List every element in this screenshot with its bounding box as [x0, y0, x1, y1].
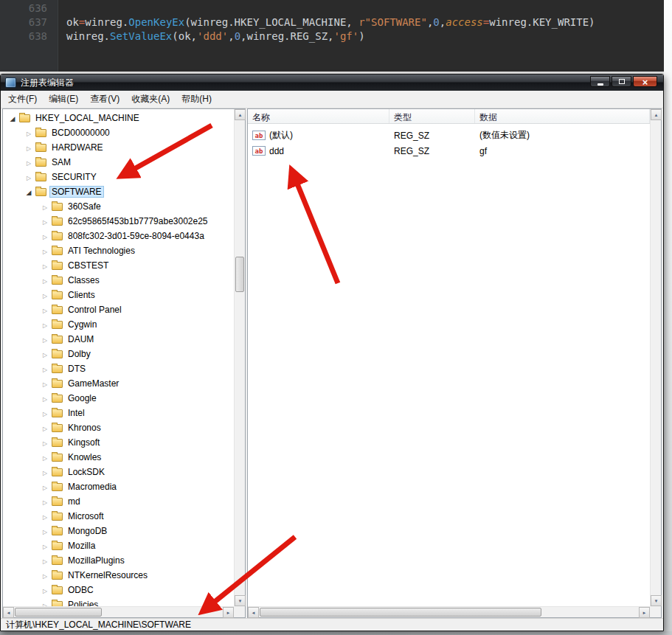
tree-item-gamemaster[interactable]: GameMaster [3, 376, 234, 391]
tree-item-odbc[interactable]: ODBC [3, 583, 234, 597]
expand-icon[interactable] [40, 541, 50, 551]
tree-item-daum[interactable]: DAUM [3, 332, 234, 347]
tree-item-hkey-local-machine[interactable]: HKEY_LOCAL_MACHINE [3, 111, 234, 125]
tree-item-khronos[interactable]: Khronos [3, 420, 234, 435]
scrollbar-thumb[interactable] [260, 608, 541, 617]
expand-icon[interactable] [40, 364, 50, 374]
expand-icon[interactable] [40, 555, 50, 566]
tree-item-bcd00000000[interactable]: BCD00000000 [3, 125, 234, 140]
tree-item-policies[interactable]: Policies [3, 597, 234, 606]
expand-icon[interactable] [24, 172, 34, 182]
tree-item-360safe[interactable]: 360Safe [3, 199, 234, 214]
scrollbar-thumb[interactable] [235, 257, 244, 292]
scroll-down-button[interactable]: ▼ [235, 595, 246, 606]
expand-icon[interactable] [40, 496, 50, 507]
tree-item-dolby[interactable]: Dolby [3, 347, 234, 361]
tree-item-cygwin[interactable]: Cygwin [3, 317, 234, 332]
expand-icon[interactable] [40, 378, 50, 389]
tree-item-macromedia[interactable]: Macromedia [3, 479, 234, 494]
tree-item-microsoft[interactable]: Microsoft [3, 509, 234, 524]
scroll-left-button[interactable]: ◄ [3, 607, 14, 618]
expand-icon[interactable] [40, 408, 50, 418]
scrollbar-thumb[interactable] [15, 608, 102, 617]
expand-icon[interactable] [40, 319, 50, 330]
tree-item-locksdk[interactable]: LockSDK [3, 465, 234, 479]
scroll-right-button[interactable]: ► [223, 607, 234, 618]
tree-item-hardware[interactable]: HARDWARE [3, 140, 234, 155]
menu-item-2[interactable]: 查看(V) [84, 91, 125, 108]
close-button[interactable] [633, 76, 657, 87]
values-horizontal-scrollbar[interactable]: ◄ ► [248, 606, 650, 617]
tree-item-classes[interactable]: Classes [3, 273, 234, 288]
tree-item-62c95865f453b1b7779abe3002e25[interactable]: 62c95865f453b1b7779abe3002e25 [3, 214, 234, 229]
scroll-left-button[interactable]: ◄ [248, 607, 259, 618]
expand-icon[interactable] [40, 585, 50, 595]
tree-item-security[interactable]: SECURITY [3, 170, 234, 184]
value-row[interactable]: abdddREG_SZgf [248, 143, 650, 159]
expand-icon[interactable] [40, 437, 50, 448]
expand-icon[interactable] [40, 482, 50, 492]
expand-icon[interactable] [40, 334, 50, 344]
expand-icon[interactable] [40, 600, 50, 606]
expand-icon[interactable] [40, 467, 50, 477]
expand-icon[interactable] [24, 142, 34, 153]
expand-icon[interactable] [40, 246, 50, 256]
tree-item-mongodb[interactable]: MongoDB [3, 524, 234, 538]
column-header-2[interactable]: 数据 [475, 109, 650, 123]
column-header-0[interactable]: 名称 [248, 109, 389, 123]
expand-icon[interactable] [24, 128, 34, 138]
tree-horizontal-scrollbar[interactable]: ◄ ► [3, 606, 234, 617]
tree-item-knowles[interactable]: Knowles [3, 450, 234, 465]
maximize-button[interactable] [612, 76, 631, 87]
tree-item-cbstest[interactable]: CBSTEST [3, 258, 234, 273]
column-header-1[interactable]: 类型 [389, 109, 475, 123]
collapse-icon[interactable] [24, 187, 34, 197]
tree-item-software[interactable]: SOFTWARE [3, 184, 234, 199]
minimize-button[interactable] [590, 76, 610, 87]
expand-icon[interactable] [40, 526, 50, 536]
scroll-up-button[interactable]: ▲ [235, 109, 246, 120]
expand-icon[interactable] [40, 216, 50, 226]
tree-item-label: DAUM [66, 333, 96, 345]
expand-icon[interactable] [40, 201, 50, 212]
tree-item-md[interactable]: md [3, 494, 234, 509]
tree-item-kingsoft[interactable]: Kingsoft [3, 435, 234, 450]
value-row[interactable]: ab(默认)REG_SZ(数值未设置) [248, 128, 650, 143]
window-titlebar[interactable]: 注册表编辑器 [1, 74, 663, 91]
expand-icon[interactable] [40, 275, 50, 285]
tree-item-ntkernelresources[interactable]: NTKernelResources [3, 568, 234, 583]
menu-item-4[interactable]: 帮助(H) [176, 91, 218, 108]
tree-item-clients[interactable]: Clients [3, 288, 234, 302]
values-vertical-scrollbar[interactable]: ▲ ▼ [650, 109, 661, 606]
menu-item-1[interactable]: 编辑(E) [43, 91, 84, 108]
expand-icon[interactable] [24, 157, 34, 167]
tree-item-control-panel[interactable]: Control Panel [3, 302, 234, 317]
tree-item-mozilla[interactable]: Mozilla [3, 538, 234, 553]
tree-vertical-scrollbar[interactable]: ▲ ▼ [234, 109, 245, 606]
expand-icon[interactable] [40, 231, 50, 241]
tree-item-ati-technologies[interactable]: ATI Technologies [3, 243, 234, 258]
expand-icon[interactable] [40, 570, 50, 580]
menu-item-0[interactable]: 文件(F) [2, 91, 43, 108]
expand-icon[interactable] [40, 305, 50, 315]
scroll-down-button[interactable]: ▼ [651, 595, 662, 606]
expand-icon[interactable] [40, 290, 50, 300]
tree-item-dts[interactable]: DTS [3, 361, 234, 376]
code-editor[interactable]: 636637ok=winreg.OpenKeyEx(winreg.HKEY_LO… [0, 0, 666, 72]
tree-item-sam[interactable]: SAM [3, 155, 234, 170]
expand-icon[interactable] [40, 452, 50, 462]
tree-item-808fc302-3d01-59ce-8094-e0443a[interactable]: 808fc302-3d01-59ce-8094-e0443a [3, 229, 234, 243]
tree-item-label: Mozilla [66, 540, 97, 552]
tree-item-intel[interactable]: Intel [3, 406, 234, 420]
tree-item-mozillaplugins[interactable]: MozillaPlugins [3, 553, 234, 568]
collapse-icon[interactable] [7, 113, 18, 123]
expand-icon[interactable] [40, 511, 50, 521]
expand-icon[interactable] [40, 423, 50, 433]
expand-icon[interactable] [40, 349, 50, 359]
expand-icon[interactable] [40, 393, 50, 403]
expand-icon[interactable] [40, 260, 50, 271]
tree-item-google[interactable]: Google [3, 391, 234, 406]
scroll-right-button[interactable]: ► [639, 607, 650, 618]
menu-item-3[interactable]: 收藏夹(A) [125, 91, 176, 108]
scroll-up-button[interactable]: ▲ [651, 109, 662, 120]
